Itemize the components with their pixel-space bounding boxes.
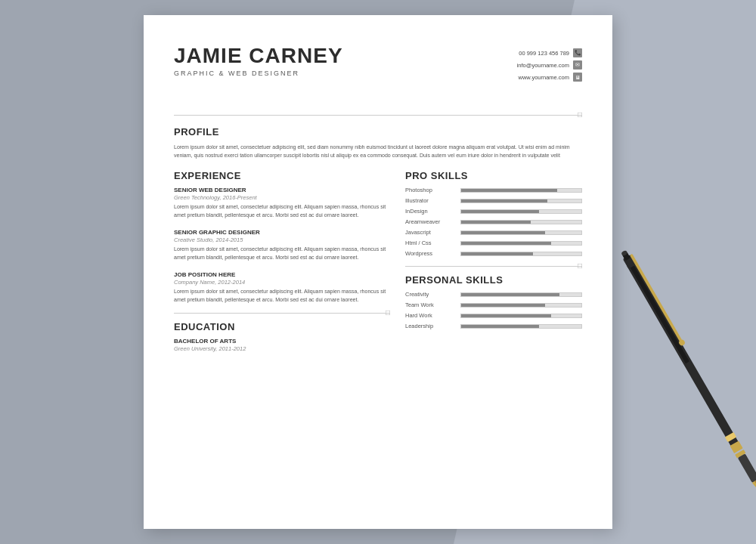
main-content: EXPERIENCE SENIOR WEB DESIGNER Green Tec… [174,170,582,352]
skill-bar-bg-teamwork [460,303,582,308]
education-section: EDUCATION BACHELOR OF ARTS Green Univers… [174,321,390,352]
skill-name-hardwork: Hard Work [405,312,454,319]
svg-rect-5 [738,453,756,483]
skill-bar-bg-hardwork [460,314,582,318]
svg-rect-1 [628,262,689,363]
skill-bar-bg-leadership [460,324,582,329]
profile-section: PROFILE Lorem ipsum dolor sit amet, cons… [174,126,582,159]
experience-education-divider [174,313,390,314]
phone-number: 00 999 123 456 789 [519,50,569,57]
header-divider [174,115,582,116]
skill-bar-fill-leadership [461,325,539,328]
skill-bar-bg-illustrator [460,199,582,203]
job-desc-2: Lorem ipsum dolor sit amet, consectetur … [174,246,390,262]
website-url: www.yourname.com [518,74,569,81]
skill-bar-bg-photoshop [460,188,582,193]
email-icon: ✉ [573,60,582,70]
header-right: 00 999 123 456 789 📞 info@yourname.com ✉… [517,48,582,82]
email-row: info@yourname.com ✉ [517,60,582,70]
skill-name-creativity: Creativity [405,291,454,298]
skill-hardwork: Hard Work [405,312,582,319]
candidate-name: JAMIE CARNEY [174,45,343,66]
resume-document: JAMIE CARNEY GRAPHIC & WEB DESIGNER 00 9… [144,15,612,529]
skill-bar-fill-wordpress [461,252,533,255]
experience-section-title: EXPERIENCE [174,170,390,181]
job-title-3: JOB POSITION HERE [174,271,390,278]
skill-bar-fill-photoshop [461,189,557,192]
skill-name-illustrator: Illustrator [405,197,454,204]
job-item-2: SENIOR GRAPHIC DESIGNER Creative Studio,… [174,229,390,262]
skills-personal-divider [405,266,582,267]
header-left: JAMIE CARNEY GRAPHIC & WEB DESIGNER [174,45,343,77]
skill-name-teamwork: Team Work [405,301,454,308]
skill-bar-bg-creativity [460,292,582,297]
skill-bar-fill-htmlcss [461,242,551,245]
profile-text: Lorem ipsum dolor sit amet, consectetuer… [174,143,582,159]
skill-photoshop: Photoshop [405,187,582,193]
skill-htmlcss: Html / Css [405,240,582,246]
resume-header: JAMIE CARNEY GRAPHIC & WEB DESIGNER 00 9… [174,45,582,94]
skill-bar-bg-htmlcss [460,241,582,246]
skill-wordpress: Wordpress [405,250,582,257]
skill-name-areamweaver: Areamweaver [405,218,454,225]
education-section-title: EDUCATION [174,321,390,332]
email-address: info@yourname.com [517,62,569,69]
skill-name-leadership: Leadership [405,323,454,329]
job-title-1: SENIOR WEB DESIGNER [174,187,390,193]
pro-skills-section-title: PRO SKILLS [405,170,582,181]
skill-leadership: Leadership [405,323,582,329]
job-company-3: Company Name, 2012-2014 [174,279,390,286]
website-row: www.yourname.com 🖥 [517,73,582,82]
candidate-title: GRAPHIC & WEB DESIGNER [174,70,343,77]
monitor-icon: 🖥 [573,73,582,82]
degree-title: BACHELOR OF ARTS [174,338,390,345]
phone-row: 00 999 123 456 789 📞 [517,48,582,57]
job-company-2: Creative Studio, 2014-2015 [174,236,390,243]
skill-name-indesign: InDesign [405,208,454,215]
skill-bar-fill-indesign [461,210,539,213]
job-company-1: Green Technology, 2016-Present [174,194,390,201]
skill-bar-fill-javascript [461,231,545,234]
skill-bar-fill-teamwork [461,304,545,307]
right-column: PRO SKILLS Photoshop Illustrator InDesig… [405,170,582,352]
skill-bar-bg-areamweaver [460,220,582,224]
skill-teamwork: Team Work [405,301,582,308]
job-item-1: SENIOR WEB DESIGNER Green Technology, 20… [174,187,390,220]
job-title-2: SENIOR GRAPHIC DESIGNER [174,229,390,236]
skill-indesign: InDesign [405,208,582,215]
skill-bar-fill-illustrator [461,199,547,202]
profile-section-title: PROFILE [174,126,582,138]
skill-bar-bg-indesign [460,209,582,214]
skill-bar-fill-creativity [461,293,559,296]
phone-icon: 📞 [573,48,582,57]
job-desc-3: Lorem ipsum dolor sit amet, consectetur … [174,288,390,304]
skill-name-htmlcss: Html / Css [405,240,454,246]
skill-areamweaver: Areamweaver [405,218,582,225]
edu-school: Green University, 2011-2012 [174,345,390,352]
skill-name-photoshop: Photoshop [405,187,454,193]
skill-creativity: Creativity [405,291,582,298]
svg-rect-11 [630,254,683,342]
personal-skills-section-title: PERSONAL SKILLS [405,274,582,286]
skill-bar-bg-javascript [460,230,582,235]
skill-bar-bg-wordpress [460,252,582,256]
left-column: EXPERIENCE SENIOR WEB DESIGNER Green Tec… [174,170,390,352]
skill-javascript: Javascript [405,229,582,236]
job-item-3: JOB POSITION HERE Company Name, 2012-201… [174,271,390,304]
skill-name-wordpress: Wordpress [405,250,454,257]
skill-name-javascript: Javascript [405,229,454,236]
job-desc-1: Lorem ipsum dolor sit amet, consectetur … [174,203,390,220]
skill-bar-fill-hardwork [461,314,551,317]
skill-bar-fill-areamweaver [461,221,531,224]
skill-illustrator: Illustrator [405,197,582,204]
